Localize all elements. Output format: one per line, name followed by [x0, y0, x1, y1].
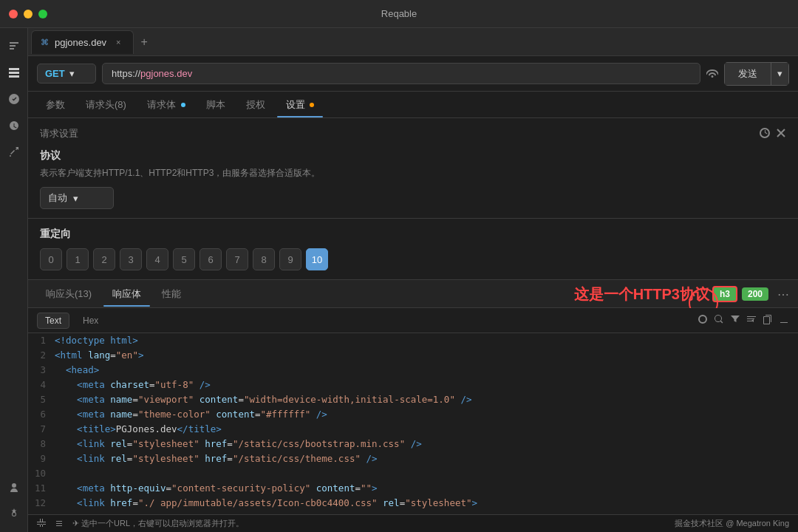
copy-icon[interactable]: [763, 314, 773, 327]
redirect-4[interactable]: 4: [146, 248, 168, 270]
filter-icon[interactable]: [730, 314, 740, 327]
wrap-icon[interactable]: [746, 314, 757, 327]
method-text: GET: [45, 68, 65, 79]
line-number: 12: [34, 496, 55, 511]
code-line-9: 9 <link rel="stylesheet" href="/static/c…: [28, 451, 798, 466]
sidebar-icon-settings[interactable]: [2, 502, 26, 526]
tab-response-headers[interactable]: 响应头(13): [37, 284, 100, 304]
redirect-6[interactable]: 6: [200, 248, 222, 270]
sidebar-icon-cmd[interactable]: [2, 34, 26, 58]
settings-panel: 请求设置 协议 表示客户端支持HTTP/1.1、HTTP2和HTTP3，由服务器…: [28, 118, 798, 219]
protocol-desc: 表示客户端支持HTTP/1.1、HTTP2和HTTP3，由服务器选择合适版本。: [40, 167, 786, 180]
code-line-2: 2 <html lang="en">: [28, 348, 798, 363]
status-bar: ✈ 选中一个URL，右键可以启动浏览器并打开。 掘金技术社区 @ Megatro…: [28, 514, 798, 532]
protocol-badge: h3: [712, 286, 737, 302]
format-action-icons: [698, 314, 789, 327]
line-number: 11: [34, 481, 55, 496]
code-line-3: 3 <head>: [28, 363, 798, 378]
tab-auth[interactable]: 授权: [237, 95, 274, 115]
tab-close-button[interactable]: ×: [112, 36, 124, 48]
settings-dot-indicator: [310, 103, 314, 107]
line-number: 7: [34, 422, 55, 437]
tab-params[interactable]: 参数: [37, 95, 74, 115]
protocol-dropdown[interactable]: 自动 ▾: [40, 187, 114, 209]
redirect-3[interactable]: 3: [120, 248, 142, 270]
response-badge-group: h3 200: [712, 286, 768, 302]
send-button-group: 发送 ▾: [724, 62, 789, 86]
format-tab-hex[interactable]: Hex: [75, 313, 106, 328]
line-content: <title>PGJones.dev</title>: [55, 422, 792, 437]
search-icon[interactable]: [714, 314, 724, 327]
line-number: 10: [34, 466, 55, 481]
url-protocol-text: https://: [112, 68, 140, 79]
annotation-text: 这是一个HTTP3协议: [574, 284, 709, 304]
format-tabs: Text Hex: [28, 308, 798, 333]
sidebar-icon-history[interactable]: [2, 114, 26, 137]
line-content: [55, 466, 792, 481]
tab-request-body[interactable]: 请求体: [138, 95, 194, 115]
close-button[interactable]: [9, 10, 18, 18]
redirect-9[interactable]: 9: [279, 248, 301, 270]
send-dropdown-button[interactable]: ▾: [771, 62, 789, 86]
body-dot-indicator: [181, 103, 185, 107]
add-tab-button[interactable]: +: [134, 32, 154, 52]
line-number: 5: [34, 392, 55, 407]
send-button[interactable]: 发送: [724, 62, 771, 86]
sidebar-icon-user[interactable]: [2, 476, 26, 499]
minimize-button[interactable]: [24, 10, 33, 18]
format-tab-text[interactable]: Text: [37, 313, 69, 329]
refresh-icon[interactable]: [760, 128, 770, 140]
line-content: <meta name="theme-color" content="#fffff…: [55, 407, 792, 422]
code-line-7: 7 <title>PGJones.dev</title>: [28, 422, 798, 437]
line-content: <meta name="viewport" content="width=dev…: [55, 392, 792, 407]
code-line-6: 6 <meta name="theme-color" content="#fff…: [28, 407, 798, 422]
code-viewer[interactable]: 1 <!doctype html> 2 <html lang="en"> 3 <…: [28, 333, 798, 514]
redirect-5[interactable]: 5: [173, 248, 195, 270]
app-title: Reqable: [381, 8, 417, 19]
more-options-button[interactable]: ⋯: [777, 287, 789, 301]
tab-settings[interactable]: 设置: [277, 95, 324, 115]
tab-script[interactable]: 脚本: [197, 95, 234, 115]
wifi-icon: [706, 66, 718, 81]
code-line-1: 1 <!doctype html>: [28, 333, 798, 348]
redirect-1[interactable]: 1: [66, 248, 89, 270]
tab-icon: ⌘: [41, 38, 49, 47]
redirect-2[interactable]: 2: [93, 248, 115, 270]
redirect-numbers: 0 1 2 3 4 5 6 7 8 9 10: [40, 248, 786, 270]
settings-title: 请求设置: [40, 127, 78, 140]
redirect-0[interactable]: 0: [40, 248, 62, 270]
redirect-7[interactable]: 7: [226, 248, 248, 270]
protocol-title: 协议: [40, 149, 786, 163]
redirect-title: 重定向: [40, 228, 786, 241]
sidebar-icon-checkmark[interactable]: [2, 87, 26, 111]
request-tabs: 参数 请求头(8) 请求体 脚本 授权 设置: [28, 92, 798, 118]
status-icon-1[interactable]: [37, 519, 46, 529]
close-settings-icon[interactable]: [776, 128, 786, 140]
tab-request-headers[interactable]: 请求头(8): [77, 95, 135, 115]
method-selector[interactable]: GET ▾: [37, 64, 96, 83]
tab-pgjones[interactable]: ⌘ pgjones.dev ×: [31, 30, 134, 54]
status-icon-2[interactable]: [55, 519, 64, 529]
line-number: 8: [34, 437, 55, 451]
url-bar: GET ▾ https://pgjones.dev 发送 ▾: [28, 56, 798, 92]
tab-performance[interactable]: 性能: [153, 284, 190, 304]
sidebar-icon-list[interactable]: [2, 61, 26, 84]
tab-response-body[interactable]: 响应体: [103, 284, 150, 304]
settings-actions: [760, 128, 786, 140]
maximize-button[interactable]: [38, 10, 47, 18]
sidebar: [0, 28, 28, 532]
protocol-value: 自动: [48, 191, 67, 205]
download-icon[interactable]: [779, 314, 789, 327]
content-area: ⌘ pgjones.dev × + GET ▾ https://pgjones.…: [28, 28, 798, 532]
line-content: <link href="./ app/immutable/assets/Icon…: [55, 496, 792, 511]
line-content: <head>: [55, 363, 792, 378]
sidebar-icon-tools[interactable]: [2, 140, 26, 164]
status-right: 掘金技术社区 @ Megatron King: [675, 518, 789, 529]
line-number: 6: [34, 407, 55, 422]
app-container: ⌘ pgjones.dev × + GET ▾ https://pgjones.…: [0, 28, 798, 532]
redirect-8[interactable]: 8: [253, 248, 275, 270]
redirect-10[interactable]: 10: [306, 248, 328, 270]
line-number: 3: [34, 363, 55, 378]
url-field[interactable]: https://pgjones.dev: [102, 63, 700, 84]
link-icon[interactable]: [698, 314, 708, 327]
